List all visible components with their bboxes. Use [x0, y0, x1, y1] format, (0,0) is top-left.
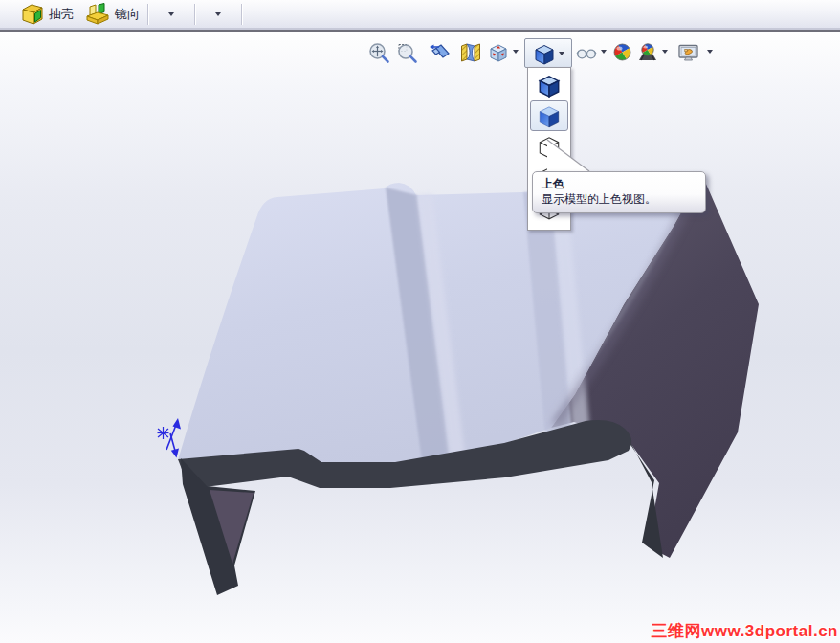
appearance-sphere-icon: [611, 41, 634, 64]
apply-scene-dropdown[interactable]: [660, 50, 670, 59]
graphics-viewport[interactable]: 上色 显示模型的上色视图。 三维网www.3dportal.cn: [0, 32, 840, 643]
view-settings-dropdown[interactable]: [705, 50, 715, 59]
section-view-icon: [459, 41, 482, 64]
caret-down-icon: [707, 50, 713, 54]
watermark: 三维网www.3dportal.cn: [652, 620, 838, 642]
shaded-cube-icon: [532, 41, 557, 66]
apply-scene-button[interactable]: [635, 39, 660, 66]
top-toolbar: 抽壳 镜向: [0, 0, 840, 28]
view-settings-button[interactable]: [675, 39, 704, 66]
display-style-button[interactable]: [524, 38, 572, 68]
view-orientation-dropdown[interactable]: [511, 50, 520, 59]
menu-item-shaded-with-edges[interactable]: [530, 70, 568, 100]
caret-down-icon: [662, 50, 668, 54]
model-3d-scene[interactable]: [0, 32, 840, 643]
edit-appearance-button[interactable]: [610, 39, 635, 66]
toolbar-separator: [147, 4, 148, 25]
mirror-button[interactable]: 镜向: [79, 2, 145, 27]
zoom-fit-icon: [367, 41, 390, 64]
menu-item-shaded[interactable]: [530, 100, 568, 131]
zoom-to-area-button[interactable]: [394, 39, 419, 66]
hide-show-items-button[interactable]: [574, 39, 599, 66]
shell-button-label: 抽壳: [49, 6, 74, 23]
hide-show-items-dropdown[interactable]: [599, 50, 608, 59]
shaded-with-edges-cube-icon: [536, 72, 563, 99]
view-orientation-button[interactable]: [486, 39, 511, 66]
view-orientation-icon: [487, 41, 510, 64]
tooltip-description: 显示模型的上色视图。: [542, 191, 696, 207]
tooltip-title: 上色: [542, 176, 696, 191]
mirror-icon: [85, 0, 110, 28]
asterisk-marker: [158, 427, 169, 439]
zoom-to-fit-button[interactable]: [366, 39, 391, 66]
glasses-icon: [575, 41, 598, 64]
direction-annotation[interactable]: [158, 418, 182, 458]
caret-down-icon: [601, 50, 607, 54]
previous-view-button[interactable]: [427, 39, 455, 66]
shell-button[interactable]: 抽壳: [13, 2, 79, 27]
mirror-button-label: 镜向: [115, 6, 140, 23]
solidworks-window: 抽壳 镜向: [0, 0, 840, 643]
toolbar-separator: [194, 4, 195, 25]
toolbar-dropdown-2[interactable]: [197, 2, 239, 27]
shaded-cube-icon: [536, 102, 563, 129]
caret-down-icon: [215, 12, 221, 16]
scene-sphere-icon: [636, 41, 659, 64]
caret-down-icon: [168, 12, 174, 16]
previous-view-icon: [428, 41, 454, 64]
caret-down-icon: [559, 52, 564, 55]
toolbar-dropdown-1[interactable]: [150, 2, 192, 27]
zoom-area-icon: [395, 41, 418, 64]
tooltip-callout-wedge: [545, 139, 591, 172]
monitor-hand-icon: [676, 41, 703, 64]
toolbar-separator: [241, 4, 242, 25]
shaded-tooltip: 上色 显示模型的上色视图。: [532, 171, 706, 213]
caret-down-icon: [513, 50, 519, 54]
shell-icon: [19, 0, 44, 28]
section-view-button[interactable]: [458, 39, 483, 66]
